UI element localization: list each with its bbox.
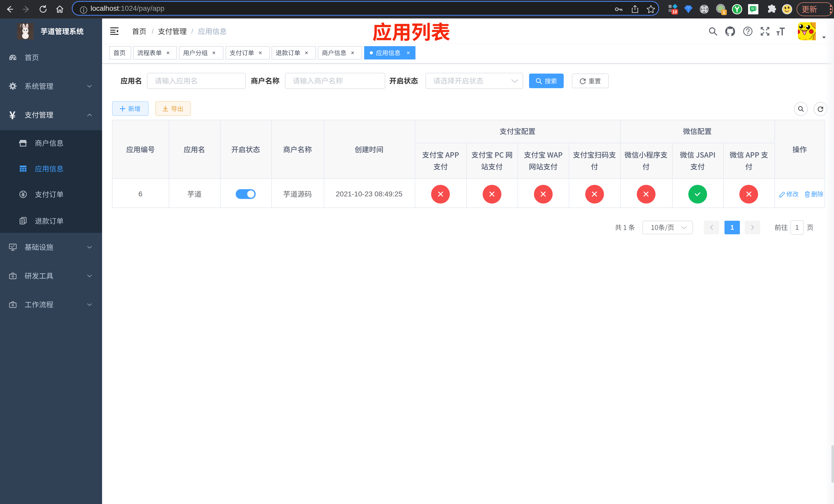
svg-text:1: 1: [723, 10, 725, 15]
svg-text:10: 10: [673, 10, 677, 14]
